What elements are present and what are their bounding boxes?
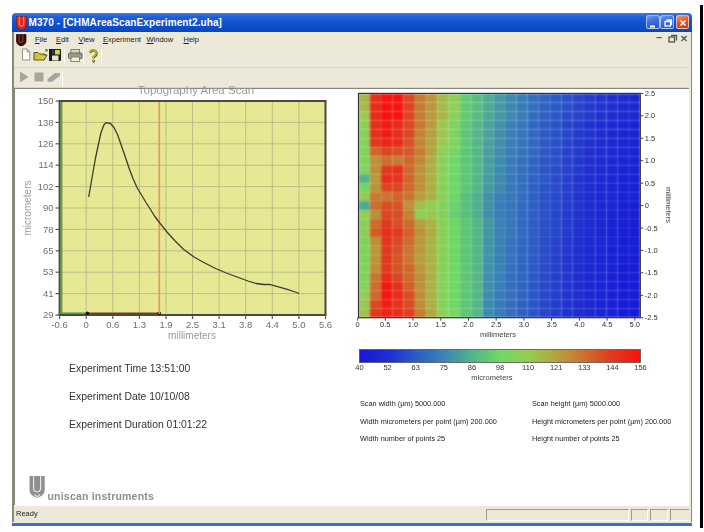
svg-text:-2.5: -2.5 bbox=[645, 313, 658, 322]
svg-text:micrometers: micrometers bbox=[22, 180, 33, 235]
svg-text:2.5: 2.5 bbox=[491, 320, 501, 329]
svg-text:Width micrometers per point (µ: Width micrometers per point (µm) 200.000 bbox=[360, 417, 497, 426]
svg-text:0.6: 0.6 bbox=[106, 319, 119, 330]
svg-text:138: 138 bbox=[38, 117, 54, 128]
svg-text:3.8: 3.8 bbox=[239, 319, 252, 330]
svg-text:0.5: 0.5 bbox=[380, 320, 390, 329]
svg-text:4.5: 4.5 bbox=[602, 320, 612, 329]
svg-text:121: 121 bbox=[550, 363, 563, 372]
svg-text:2.0: 2.0 bbox=[645, 111, 655, 120]
svg-text:1.9: 1.9 bbox=[159, 319, 172, 330]
svg-text:millimeters: millimeters bbox=[168, 330, 216, 341]
svg-text:1.0: 1.0 bbox=[408, 320, 418, 329]
svg-text:Width number of points 25: Width number of points 25 bbox=[360, 434, 445, 443]
svg-text:3.5: 3.5 bbox=[546, 320, 556, 329]
svg-text:0: 0 bbox=[84, 319, 89, 330]
svg-text:156: 156 bbox=[634, 363, 647, 372]
svg-text:1.5: 1.5 bbox=[436, 320, 446, 329]
svg-text:1.5: 1.5 bbox=[645, 134, 655, 143]
svg-text:90: 90 bbox=[43, 202, 54, 213]
svg-text:3.1: 3.1 bbox=[212, 319, 225, 330]
svg-text:53: 53 bbox=[43, 266, 54, 277]
svg-text:52: 52 bbox=[383, 363, 391, 372]
svg-text:0: 0 bbox=[645, 201, 649, 210]
svg-text:114: 114 bbox=[38, 159, 53, 170]
svg-text:5.6: 5.6 bbox=[319, 319, 332, 330]
svg-text:Experiment Date 10/10/08: Experiment Date 10/10/08 bbox=[69, 391, 190, 402]
svg-text:40: 40 bbox=[355, 363, 363, 372]
svg-text:102: 102 bbox=[38, 181, 54, 192]
svg-text:0.5: 0.5 bbox=[645, 179, 655, 188]
svg-text:uniscan instruments: uniscan instruments bbox=[48, 490, 155, 502]
svg-text:1.3: 1.3 bbox=[133, 319, 146, 330]
svg-text:110: 110 bbox=[522, 363, 534, 372]
svg-text:3.0: 3.0 bbox=[519, 320, 529, 329]
svg-text:-1.5: -1.5 bbox=[645, 268, 658, 277]
svg-text:86: 86 bbox=[468, 363, 476, 372]
svg-text:millimeters: millimeters bbox=[480, 330, 516, 339]
svg-text:Height number of points 25: Height number of points 25 bbox=[532, 434, 620, 443]
svg-text:29: 29 bbox=[43, 309, 54, 320]
svg-text:1.0: 1.0 bbox=[645, 156, 655, 165]
svg-text:63: 63 bbox=[412, 363, 420, 372]
svg-text:78: 78 bbox=[43, 224, 54, 235]
svg-text:2.5: 2.5 bbox=[645, 89, 655, 98]
svg-text:micrometers: micrometers bbox=[471, 373, 513, 382]
svg-text:-0.5: -0.5 bbox=[645, 224, 658, 233]
svg-text:-1.0: -1.0 bbox=[645, 246, 658, 255]
svg-text:-2.0: -2.0 bbox=[645, 291, 658, 300]
svg-text:Scan width (µm) 5000.000: Scan width (µm) 5000.000 bbox=[360, 399, 445, 408]
svg-text:144: 144 bbox=[606, 363, 619, 372]
svg-text:98: 98 bbox=[496, 363, 504, 372]
svg-text:-0.6: -0.6 bbox=[51, 319, 67, 330]
svg-text:126: 126 bbox=[38, 138, 54, 149]
svg-text:Experiment Duration 01:01:22: Experiment Duration 01:01:22 bbox=[69, 419, 207, 430]
svg-text:Scan height (µm) 5000.000: Scan height (µm) 5000.000 bbox=[532, 399, 620, 408]
svg-text:Experiment Time 13:51:00: Experiment Time 13:51:00 bbox=[69, 363, 191, 374]
svg-text:5.0: 5.0 bbox=[630, 320, 640, 329]
svg-text:Height micrometers per point (: Height micrometers per point (µm) 200.00… bbox=[532, 417, 671, 426]
svg-text:150: 150 bbox=[38, 95, 54, 106]
svg-text:75: 75 bbox=[440, 363, 448, 372]
svg-text:41: 41 bbox=[43, 288, 54, 299]
svg-text:4.0: 4.0 bbox=[574, 320, 584, 329]
svg-text:millimeters: millimeters bbox=[664, 187, 673, 223]
svg-text:2.5: 2.5 bbox=[186, 319, 199, 330]
svg-text:5.0: 5.0 bbox=[292, 319, 305, 330]
svg-text:65: 65 bbox=[43, 245, 54, 256]
svg-text:2.0: 2.0 bbox=[463, 320, 473, 329]
svg-text:Topography Area Scan: Topography Area Scan bbox=[138, 84, 254, 96]
svg-text:4.4: 4.4 bbox=[266, 319, 279, 330]
svg-text:133: 133 bbox=[578, 363, 591, 372]
svg-text:0: 0 bbox=[356, 320, 360, 329]
